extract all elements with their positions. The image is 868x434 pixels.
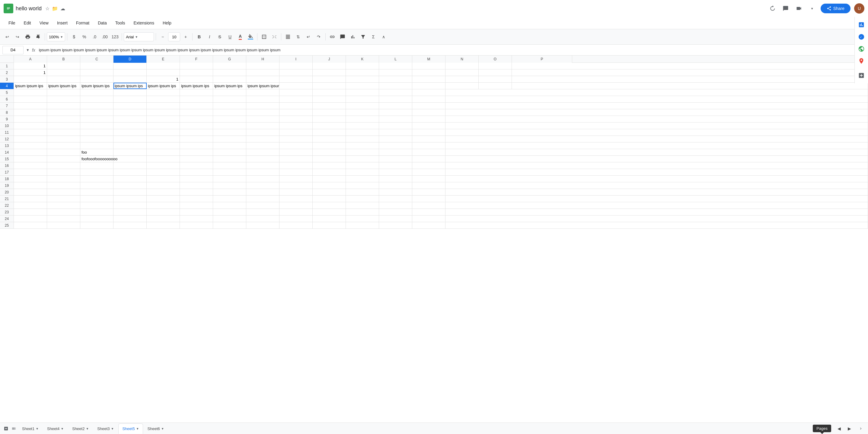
row-num-3[interactable]: 3 [0,76,14,83]
borders-button[interactable] [259,32,269,42]
col-header-l[interactable]: L [379,56,412,63]
wrap-button[interactable]: ↵ [304,32,313,42]
avatar[interactable]: U [854,3,864,13]
share-button[interactable]: Share [820,4,850,13]
cell-l4[interactable] [379,83,412,89]
row-num-21[interactable]: 21 [0,195,14,202]
sheet-tab-sheet6[interactable]: Sheet6 ▼ [144,424,168,434]
cell-a1[interactable]: 1 [14,63,47,69]
cell-e1[interactable] [147,63,180,69]
col-header-g[interactable]: G [213,56,246,63]
italic-button[interactable]: I [205,32,214,42]
bold-button[interactable]: B [194,32,204,42]
cell-n4[interactable] [445,83,479,89]
row-num-12[interactable]: 12 [0,136,14,142]
cell-l2[interactable] [379,69,412,76]
menu-format[interactable]: Format [72,19,93,27]
folder-icon[interactable]: 📁 [52,6,58,11]
cell-o1[interactable] [479,63,512,69]
cell-j4[interactable] [313,83,346,89]
col-header-e[interactable]: E [147,56,180,63]
cloud-icon[interactable]: ☁ [60,6,65,11]
sheet4-dropdown[interactable]: ▼ [61,427,64,430]
cell-j2[interactable] [313,69,346,76]
col-header-p[interactable]: P [512,56,572,63]
cell-k2[interactable] [346,69,379,76]
row-num-18[interactable]: 18 [0,176,14,182]
col-header-n[interactable]: N [445,56,479,63]
cell-k3[interactable] [346,76,379,83]
rotate-button[interactable]: ↷ [314,32,323,42]
expand-button[interactable] [856,424,866,433]
col-header-m[interactable]: M [412,56,445,63]
row-num-8[interactable]: 8 [0,109,14,116]
sheet-tab-sheet2[interactable]: Sheet2 ▼ [68,424,93,434]
collapse-toolbar-button[interactable]: ∧ [379,32,389,42]
row-num-19[interactable]: 19 [0,182,14,189]
doc-title[interactable]: hello world [16,5,42,12]
comment-button[interactable] [338,32,347,42]
sheet-tab-sheet3[interactable]: Sheet3 ▼ [93,424,118,434]
cell-j3[interactable] [313,76,346,83]
cell-a2[interactable]: 1 [14,69,47,76]
cell-f1[interactable] [180,63,213,69]
cell-g3[interactable] [213,76,246,83]
cell-e3[interactable]: 1 [147,76,180,83]
dec-places-button[interactable]: .0 [90,32,99,42]
maps-icon[interactable] [856,56,867,66]
cell-c2[interactable] [80,69,114,76]
cell-f3[interactable] [180,76,213,83]
font-size-box[interactable]: 10 [168,32,180,41]
chart-button[interactable] [348,32,358,42]
sheet5-dropdown[interactable]: ▼ [136,427,139,430]
row-num-22[interactable]: 22 [0,202,14,209]
sheet6-dropdown[interactable]: ▼ [161,427,164,430]
menu-help[interactable]: Help [159,19,175,27]
cell-f2[interactable] [180,69,213,76]
cell-h1[interactable] [246,63,279,69]
col-header-c[interactable]: C [80,56,114,63]
row-num-14[interactable]: 14 [0,149,14,155]
cell-e2[interactable] [147,69,180,76]
star-icon[interactable]: ☆ [45,6,50,11]
cell-i3[interactable] [279,76,313,83]
row-num-17[interactable]: 17 [0,169,14,175]
row-num-10[interactable]: 10 [0,123,14,129]
col-header-h[interactable]: H [246,56,279,63]
cell-d1[interactable] [114,63,147,69]
menu-tools[interactable]: Tools [112,19,129,27]
cell-b4[interactable]: ipsum ipsum ips [47,83,80,89]
history-icon[interactable] [768,4,777,13]
row-num-6[interactable]: 6 [0,96,14,102]
percent-button[interactable]: % [80,32,89,42]
meet-icon[interactable] [794,4,804,13]
cell-ref-dropdown[interactable]: ▼ [26,48,30,52]
strikethrough-button[interactable]: S [215,32,224,42]
meet-dropdown-icon[interactable]: ▼ [807,4,817,13]
text-color-button[interactable]: A [236,32,245,42]
cell-d4[interactable]: ipsum ipsum ips [114,83,147,89]
cell-k4[interactable] [346,83,379,89]
cell-p1[interactable] [512,63,868,69]
cell-j1[interactable] [313,63,346,69]
cell-reference-box[interactable]: D4 [2,46,24,54]
cell-b1[interactable] [47,63,80,69]
row-num-16[interactable]: 16 [0,162,14,169]
cell-n3[interactable] [445,76,479,83]
cell-e4[interactable]: ipsum ipsum ips [147,83,180,89]
add-sheet-button[interactable] [2,425,10,432]
link-button[interactable] [328,32,337,42]
cell-f4[interactable]: ipsum ipsum ips [180,83,213,89]
cell-p3[interactable] [512,76,868,83]
redo-button[interactable]: ↪ [13,32,22,42]
row-num-24[interactable]: 24 [0,216,14,222]
align-button[interactable] [283,32,293,42]
row-num-15[interactable]: 15 [0,156,14,162]
currency-button[interactable]: $ [69,32,79,42]
col-header-a[interactable]: A [14,56,47,63]
filter-button[interactable] [358,32,368,42]
cell-b2[interactable] [47,69,80,76]
font-size-increase[interactable]: + [181,32,190,42]
cell-h2[interactable] [246,69,279,76]
cell-d3[interactable] [114,76,147,83]
